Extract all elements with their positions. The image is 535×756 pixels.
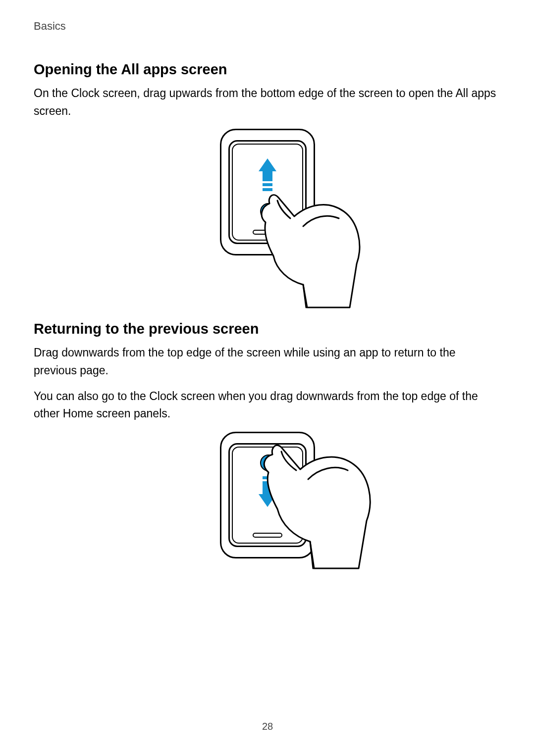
body-text: You can also go to the Clock screen when… <box>34 388 501 423</box>
heading-returning-previous: Returning to the previous screen <box>34 321 501 337</box>
section-label: Basics <box>34 20 501 33</box>
body-text: Drag downwards from the top edge of the … <box>34 344 501 379</box>
illustration-swipe-up <box>34 129 501 302</box>
hand-icon <box>254 186 368 314</box>
hand-icon <box>256 435 379 573</box>
heading-opening-all-apps: Opening the All apps screen <box>34 61 501 78</box>
illustration-swipe-down <box>34 432 501 605</box>
body-text: On the Clock screen, drag upwards from t… <box>34 85 501 120</box>
page-number: 28 <box>0 721 535 732</box>
